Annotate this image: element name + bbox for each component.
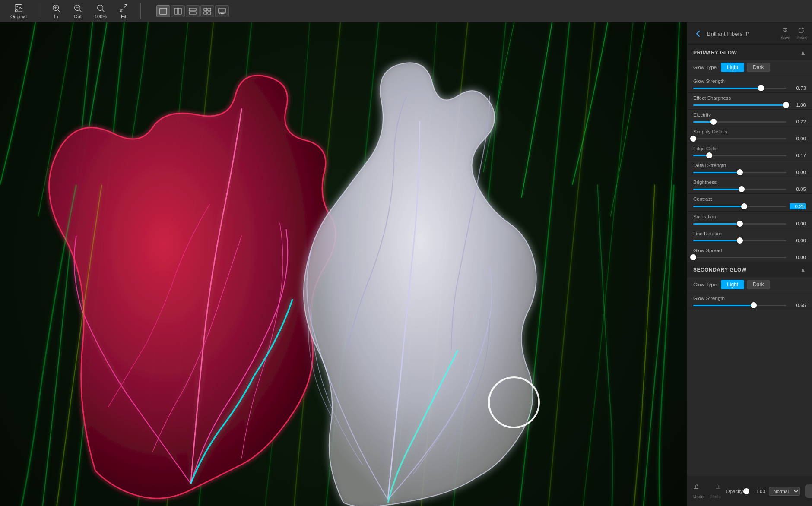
svg-rect-23 bbox=[219, 13, 220, 14]
slider-track-0[interactable] bbox=[693, 88, 786, 89]
slider-track-6[interactable] bbox=[693, 189, 786, 190]
svg-rect-22 bbox=[219, 8, 225, 13]
primary-glow-dark-btn[interactable]: Dark bbox=[747, 63, 770, 72]
control-row-1: Effect Sharpness1.00 bbox=[687, 93, 812, 110]
view-mode-split-v[interactable] bbox=[186, 5, 200, 17]
control-value-3: 0.00 bbox=[790, 136, 806, 141]
toolbar-left: Original In Out 100% Fit bbox=[7, 2, 229, 21]
view-mode-filmstrip[interactable] bbox=[215, 5, 229, 17]
toolbar-zoom-100[interactable]: 100% bbox=[91, 2, 110, 21]
primary-glow-toggle[interactable]: ▲ bbox=[800, 49, 806, 56]
slider-track-9[interactable] bbox=[693, 240, 786, 241]
control-value-0: 0.65 bbox=[790, 303, 806, 308]
svg-point-1 bbox=[16, 6, 18, 7]
control-label-1: Effect Sharpness bbox=[693, 95, 806, 101]
slider-track-5[interactable] bbox=[693, 172, 786, 173]
svg-line-12 bbox=[120, 9, 123, 11]
control-value-1: 1.00 bbox=[790, 102, 806, 108]
slider-thumb-1[interactable] bbox=[783, 102, 789, 108]
panel-back-button[interactable] bbox=[692, 28, 704, 40]
toolbar-zoom-in[interactable]: In bbox=[48, 2, 64, 21]
secondary-glow-dark-btn[interactable]: Dark bbox=[747, 280, 770, 289]
control-label-2: Electrify bbox=[693, 112, 806, 117]
toolbar-zoom-out[interactable]: Out bbox=[70, 2, 86, 21]
control-label-0: Glow Strength bbox=[693, 79, 806, 84]
opacity-row: Opacity 1.00 NormalMultiplyScreenOverlay… bbox=[726, 487, 800, 496]
svg-line-3 bbox=[58, 10, 60, 12]
slider-thumb-2[interactable] bbox=[710, 119, 717, 125]
svg-line-11 bbox=[124, 4, 127, 7]
secondary-glow-type-row: Glow Type Light Dark bbox=[687, 277, 812, 293]
slider-thumb-4[interactable] bbox=[706, 152, 712, 158]
toolbar-original[interactable]: Original bbox=[7, 2, 30, 21]
toolbar-zoom-fit[interactable]: Fit bbox=[115, 2, 132, 21]
undo-redo-area: Undo Redo bbox=[693, 484, 721, 499]
secondary-glow-light-btn[interactable]: Light bbox=[721, 280, 744, 289]
primary-glow-title: PRIMARY GLOW bbox=[693, 50, 737, 56]
slider-track-4[interactable] bbox=[693, 155, 786, 156]
secondary-glow-section-header: SECONDARY GLOW ▲ bbox=[687, 262, 812, 277]
control-label-5: Detail Strength bbox=[693, 163, 806, 168]
top-toolbar: Original In Out 100% Fit bbox=[0, 0, 812, 22]
slider-track-10[interactable] bbox=[693, 257, 786, 258]
toolbar-divider-1 bbox=[39, 3, 39, 19]
slider-track-2[interactable] bbox=[693, 121, 786, 123]
control-value-8: 0.00 bbox=[790, 221, 806, 226]
redo-button[interactable]: Redo bbox=[710, 484, 721, 499]
undo-button[interactable]: Undo bbox=[693, 484, 704, 499]
slider-row-6: 0.05 bbox=[693, 187, 806, 192]
opacity-value: 1.00 bbox=[750, 489, 765, 494]
slider-thumb-9[interactable] bbox=[737, 237, 743, 244]
svg-rect-16 bbox=[189, 8, 196, 11]
panel-actions: Save Reset bbox=[780, 27, 807, 40]
slider-row-5: 0.00 bbox=[693, 170, 806, 175]
opacity-label: Opacity bbox=[726, 489, 743, 494]
save-button[interactable]: Save bbox=[780, 27, 790, 40]
control-row-4: Edge Color0.17 bbox=[687, 143, 812, 160]
control-row-2: Electrify0.22 bbox=[687, 110, 812, 126]
slider-row-0: 0.73 bbox=[693, 85, 806, 91]
slider-row-4: 0.17 bbox=[693, 153, 806, 158]
control-row-0: Glow Strength0.65 bbox=[687, 293, 812, 310]
slider-thumb-0[interactable] bbox=[758, 85, 764, 91]
slider-thumb-3[interactable] bbox=[690, 136, 696, 142]
primary-glow-light-btn[interactable]: Light bbox=[721, 63, 744, 72]
secondary-controls: Glow Strength0.65 bbox=[687, 293, 812, 310]
slider-track-3[interactable] bbox=[693, 138, 786, 139]
slider-thumb-5[interactable] bbox=[737, 169, 743, 175]
control-value-5: 0.00 bbox=[790, 170, 806, 175]
control-value-4: 0.17 bbox=[790, 153, 806, 158]
primary-glow-type-row: Glow Type Light Dark bbox=[687, 60, 812, 76]
slider-thumb-0[interactable] bbox=[751, 302, 757, 308]
reset-button[interactable]: Reset bbox=[796, 27, 807, 40]
svg-rect-15 bbox=[178, 8, 181, 14]
panel-header: Brilliant Fibers II* Save bbox=[687, 22, 812, 45]
panel-title: Brilliant Fibers II* bbox=[707, 30, 780, 37]
svg-rect-18 bbox=[204, 8, 207, 11]
secondary-glow-title: SECONDARY GLOW bbox=[693, 267, 747, 273]
panel-content[interactable]: PRIMARY GLOW ▲ Glow Type Light Dark Glow… bbox=[687, 45, 812, 476]
blend-mode-select[interactable]: NormalMultiplyScreenOverlayDarkenLighten bbox=[769, 487, 800, 496]
slider-track-8[interactable] bbox=[693, 223, 786, 225]
slider-thumb-7[interactable] bbox=[741, 203, 747, 209]
control-label-9: Line Rotation bbox=[693, 231, 806, 236]
secondary-glow-toggle[interactable]: ▲ bbox=[800, 266, 806, 273]
slider-track-1[interactable] bbox=[693, 104, 786, 106]
slider-row-3: 0.00 bbox=[693, 136, 806, 141]
control-value-0: 0.73 bbox=[790, 85, 806, 91]
control-label-6: Brightness bbox=[693, 180, 806, 185]
control-value-9: 0.00 bbox=[790, 238, 806, 243]
slider-track-7[interactable] bbox=[693, 206, 786, 207]
cancel-button[interactable]: Cancel bbox=[805, 484, 812, 498]
canvas-area[interactable] bbox=[0, 22, 687, 506]
slider-thumb-10[interactable] bbox=[690, 254, 696, 260]
view-mode-split-h[interactable] bbox=[171, 5, 185, 17]
slider-thumb-6[interactable] bbox=[739, 186, 745, 192]
slider-track-0[interactable] bbox=[693, 305, 786, 306]
view-mode-single[interactable] bbox=[156, 5, 170, 17]
svg-rect-26 bbox=[225, 13, 226, 14]
control-value-7: 0.25 bbox=[790, 203, 806, 209]
slider-thumb-8[interactable] bbox=[737, 221, 743, 227]
slider-row-8: 0.00 bbox=[693, 221, 806, 226]
view-mode-quad[interactable] bbox=[200, 5, 214, 17]
